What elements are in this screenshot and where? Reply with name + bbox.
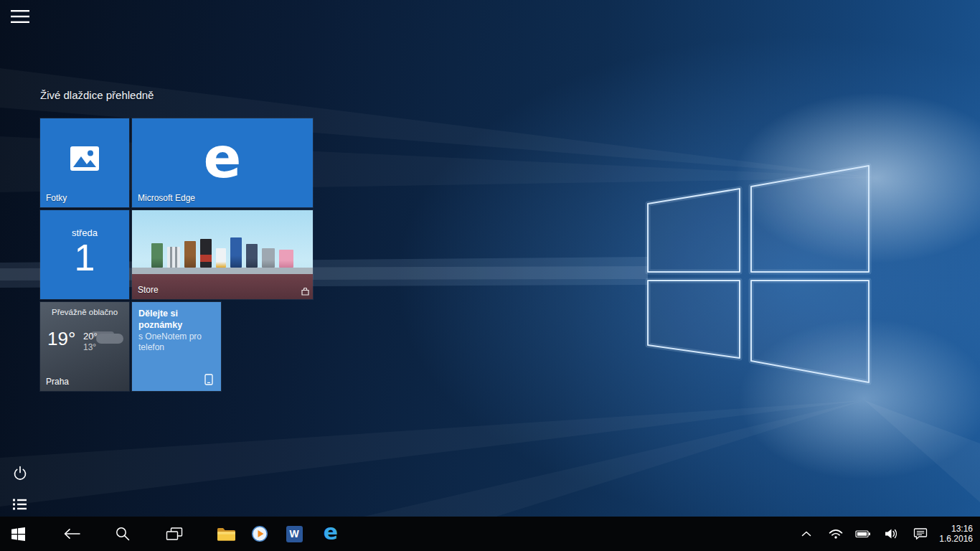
word-icon: W <box>286 526 303 542</box>
tile-weather[interactable]: Převážně oblačno 19° 20° 13° Praha <box>40 302 129 391</box>
power-icon <box>12 465 28 481</box>
taskbar: W e <box>0 517 980 551</box>
tile-group-title[interactable]: Živé dlaždice přehledně <box>40 89 154 101</box>
start-button[interactable] <box>1 517 34 551</box>
task-view-button[interactable] <box>158 517 191 551</box>
search-icon <box>115 526 131 542</box>
edge-logo-icon: e <box>204 130 242 186</box>
power-button[interactable] <box>11 463 29 482</box>
battery-icon <box>855 529 871 539</box>
weather-condition: Převážně oblačno <box>40 308 129 316</box>
word-button[interactable]: W <box>278 517 311 551</box>
clock-date: 1.6.2016 <box>939 534 973 544</box>
back-arrow-icon <box>62 527 81 540</box>
onenote-line3: telefon <box>138 342 215 354</box>
chevron-up-icon <box>801 530 812 537</box>
tile-calendar[interactable]: středa 1 <box>40 210 129 299</box>
windows-logo-glow <box>648 166 869 382</box>
volume-icon <box>884 528 900 540</box>
tile-onenote[interactable]: Dělejte si poznámky s OneNotem pro telef… <box>132 302 221 391</box>
weather-high-low: 20° 13° <box>83 331 98 353</box>
tile-label: Store <box>138 285 159 295</box>
action-center-icon <box>913 527 928 540</box>
windows-logo <box>648 166 869 382</box>
action-center-button[interactable] <box>908 517 933 551</box>
weather-low: 13° <box>83 342 98 353</box>
onenote-tile-text: Dělejte si poznámky s OneNotem pro telef… <box>138 308 215 354</box>
file-explorer-button[interactable] <box>209 517 242 551</box>
store-badge-icon <box>301 288 309 296</box>
weather-city: Praha <box>46 377 69 387</box>
tile-store[interactable]: Store <box>132 210 313 299</box>
all-apps-button[interactable] <box>11 495 29 514</box>
network-button[interactable] <box>824 517 848 551</box>
battery-button[interactable] <box>851 517 875 551</box>
tray-overflow-button[interactable] <box>794 517 819 551</box>
start-menu-button[interactable] <box>11 9 32 27</box>
all-apps-icon <box>13 498 27 511</box>
task-view-icon <box>166 527 183 541</box>
cloud-icon <box>96 334 123 344</box>
clock-time: 13:16 <box>951 524 973 534</box>
tile-label: Fotky <box>46 193 67 203</box>
windows-start-screen: Živé dlaždice přehledně Fotky e Microsof… <box>0 0 980 551</box>
wifi-icon <box>828 528 844 540</box>
file-explorer-icon <box>217 527 235 542</box>
media-player-button[interactable] <box>243 517 276 551</box>
onenote-line2: s OneNotem pro <box>138 331 215 343</box>
back-button[interactable] <box>55 517 88 551</box>
tile-photos[interactable]: Fotky <box>40 118 129 207</box>
store-tile-artwork-characters <box>132 235 313 268</box>
tile-label: Microsoft Edge <box>138 193 195 203</box>
weather-high: 20° <box>83 331 98 342</box>
media-player-icon <box>251 525 268 542</box>
phone-icon <box>202 373 215 386</box>
volume-button[interactable] <box>880 517 904 551</box>
edge-button[interactable]: e <box>314 517 347 551</box>
windows-start-icon <box>11 527 25 541</box>
weather-temperature: 19° <box>47 328 75 350</box>
calendar-day: 1 <box>75 238 95 278</box>
store-tile-artwork-ground <box>132 274 313 299</box>
clock[interactable]: 13:16 1.6.2016 <box>939 517 973 551</box>
edge-icon: e <box>324 522 338 543</box>
search-button[interactable] <box>106 517 139 551</box>
tile-edge[interactable]: e Microsoft Edge <box>132 118 313 207</box>
store-tile-artwork-road <box>132 268 313 274</box>
photos-icon <box>70 146 100 171</box>
onenote-line1: Dělejte si poznámky <box>138 308 215 331</box>
hamburger-icon <box>11 9 29 24</box>
